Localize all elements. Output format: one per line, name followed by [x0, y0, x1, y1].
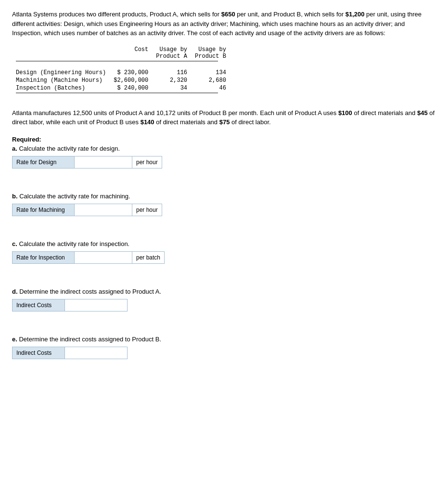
- rate-design-label: Rate for Design: [12, 156, 75, 169]
- table-row-inspection: Inspection (Batches) $ 240,000 34 46: [12, 84, 230, 92]
- table-row-machining: Machining (Machine Hours) $2,600,000 2,3…: [12, 77, 230, 84]
- inspection-usage-b: 46: [191, 84, 230, 92]
- section-e-label: e. Determine the indirect costs assigned…: [12, 336, 436, 343]
- middle-paragraph: Atlanta manufactures 12,500 units of Pro…: [12, 108, 436, 127]
- machining-usage-b: 2,680: [191, 77, 230, 84]
- section-d-label: d. Determine the indirect costs assigned…: [12, 288, 436, 295]
- intro-paragraph: Atlanta Systems produces two different p…: [12, 10, 436, 38]
- section-e: e. Determine the indirect costs assigned…: [12, 336, 436, 359]
- design-cost: $ 230,000: [110, 69, 152, 77]
- section-d-input-row: Indirect Costs: [12, 299, 436, 311]
- design-usage-b: 134: [191, 69, 230, 77]
- section-b: b. Calculate the activity rate for machi…: [12, 193, 436, 216]
- rate-inspection-label: Rate for Inspection: [12, 251, 75, 264]
- machining-cost: $2,600,000: [110, 77, 152, 84]
- rate-design-unit: per hour: [132, 156, 162, 169]
- design-usage-a: 116: [152, 69, 191, 77]
- section-b-input-row: Rate for Machining per hour: [12, 204, 436, 216]
- required-label: Required:: [12, 136, 436, 143]
- rate-design-input[interactable]: [75, 156, 132, 169]
- indirect-costs-b-input[interactable]: [65, 347, 128, 359]
- rate-inspection-unit: per batch: [132, 251, 165, 264]
- rate-machining-input[interactable]: [75, 204, 132, 216]
- section-c: c. Calculate the activity rate for inspe…: [12, 240, 436, 264]
- rate-machining-label: Rate for Machining: [12, 204, 75, 216]
- inspection-label: Inspection (Batches): [12, 84, 110, 92]
- design-label: Design (Engineering Hours): [12, 69, 110, 77]
- section-e-input-row: Indirect Costs: [12, 347, 436, 359]
- machining-usage-a: 2,320: [152, 77, 191, 84]
- section-a-input-row: Rate for Design per hour: [12, 156, 436, 169]
- rate-inspection-input[interactable]: [75, 251, 132, 264]
- indirect-costs-b-label: Indirect Costs: [12, 347, 65, 359]
- section-c-label: c. Calculate the activity rate for inspe…: [12, 240, 436, 247]
- section-d: d. Determine the indirect costs assigned…: [12, 288, 436, 311]
- indirect-costs-a-input[interactable]: [65, 299, 128, 311]
- section-a: a. Calculate the activity rate for desig…: [12, 145, 436, 169]
- inspection-usage-a: 34: [152, 84, 191, 92]
- table-row-design: Design (Engineering Hours) $ 230,000 116…: [12, 69, 230, 77]
- rate-machining-unit: per hour: [132, 204, 162, 216]
- section-b-label: b. Calculate the activity rate for machi…: [12, 193, 436, 200]
- indirect-costs-a-label: Indirect Costs: [12, 299, 65, 311]
- inspection-cost: $ 240,000: [110, 84, 152, 92]
- machining-label: Machining (Machine Hours): [12, 77, 110, 84]
- section-a-label: a. Calculate the activity rate for desig…: [12, 145, 436, 152]
- section-c-input-row: Rate for Inspection per batch: [12, 251, 436, 264]
- activity-table: Cost Usage byProduct A Usage byProduct B…: [12, 46, 230, 101]
